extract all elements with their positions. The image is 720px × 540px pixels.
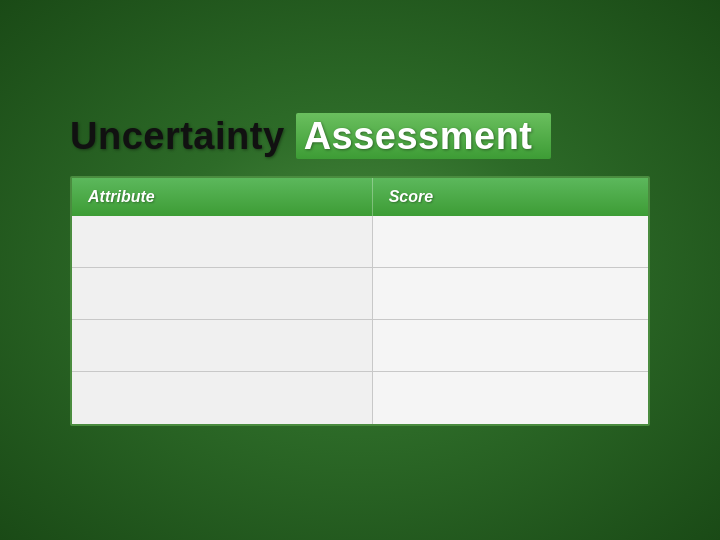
uncertainty-table: Attribute Score	[70, 176, 650, 426]
row-score-1	[373, 216, 648, 267]
title-section: Uncertainty Assessment	[70, 115, 650, 158]
table-row	[72, 372, 648, 424]
table-row	[72, 216, 648, 268]
row-attribute-2	[72, 268, 373, 319]
title-part1: Uncertainty	[70, 115, 285, 157]
row-attribute-4	[72, 372, 373, 424]
header-score: Score	[373, 178, 648, 216]
row-score-2	[373, 268, 648, 319]
main-container: Uncertainty Assessment Attribute Score	[70, 115, 650, 426]
row-score-4	[373, 372, 648, 424]
row-attribute-1	[72, 216, 373, 267]
table-header: Attribute Score	[72, 178, 648, 216]
row-attribute-3	[72, 320, 373, 371]
title-part2: Assessment	[296, 113, 551, 159]
row-score-3	[373, 320, 648, 371]
table-body	[72, 216, 648, 424]
table-row	[72, 268, 648, 320]
header-attribute: Attribute	[72, 178, 373, 216]
page-title: Uncertainty Assessment	[70, 115, 551, 158]
table-row	[72, 320, 648, 372]
